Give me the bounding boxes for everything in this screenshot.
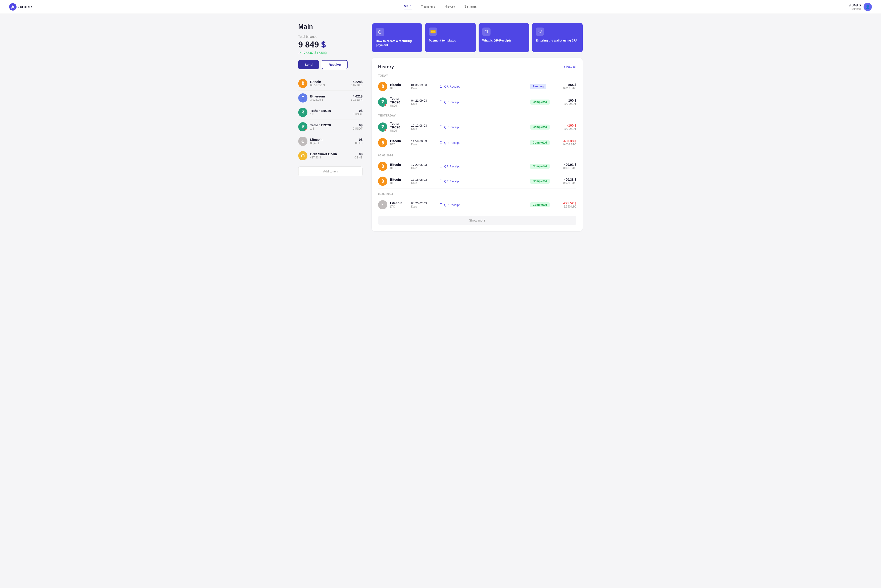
token-crypto: 0 USDT bbox=[353, 127, 363, 130]
token-amounts: 5 228$ 0,07 BTC bbox=[351, 80, 363, 87]
token-crypto: 0 USDT bbox=[353, 112, 363, 116]
token-crypto: 0,07 BTC bbox=[351, 84, 363, 87]
h-coin-sym: BTC bbox=[390, 182, 408, 184]
h-date-label: Date bbox=[411, 182, 436, 184]
h-amount: -400.38 $ 0.002 BTC bbox=[556, 139, 576, 146]
h-coin-info: Tether TRC20 USDT bbox=[390, 122, 408, 132]
h-receipt-link[interactable]: 🗒 QR Receipt bbox=[439, 84, 527, 88]
h-coin-icon: ₿ bbox=[378, 82, 387, 91]
h-receipt-link[interactable]: 🗒 QR Receipt bbox=[439, 141, 527, 145]
action-title-3: Entering the wallet using 2FA bbox=[536, 39, 579, 43]
token-subval: 1 $ bbox=[310, 112, 353, 116]
token-name: BNB Smart Chain bbox=[310, 152, 354, 156]
page-title: Main bbox=[298, 23, 363, 30]
h-date: 17:22 05.03 Date bbox=[411, 163, 436, 170]
h-coin-info: Bitcoin BTC bbox=[390, 163, 408, 170]
h-date-time: 17:22 05.03 bbox=[411, 163, 436, 166]
h-receipt-link[interactable]: 🗒 QR Receipt bbox=[439, 100, 527, 104]
avatar[interactable]: 👤 bbox=[864, 3, 872, 11]
h-coin-icon: Ł bbox=[378, 200, 387, 209]
token-row[interactable]: Ξ Ethereum 3 926,25 $ 4 621$ 1,18 ETH bbox=[298, 91, 363, 105]
h-receipt-link[interactable]: 🗒 QR Receipt bbox=[439, 179, 527, 183]
status-badge: Completed bbox=[530, 140, 550, 145]
h-status: Completed bbox=[530, 164, 553, 169]
status-badge: Completed bbox=[530, 202, 550, 207]
history-panel: History Show all TODAY ₿ Bitcoin BTC 04:… bbox=[372, 58, 583, 231]
header: axoire Main Transfers History Settings 9… bbox=[0, 0, 881, 14]
receipt-label: QR Receipt bbox=[444, 141, 459, 144]
receipt-label: QR Receipt bbox=[444, 100, 459, 104]
header-balance-amount: 9 849 $ bbox=[849, 3, 861, 8]
h-amount-usd: 400.01 $ bbox=[556, 163, 576, 166]
h-receipt-link[interactable]: 🗒 QR Receipt bbox=[439, 164, 527, 168]
add-token-button[interactable]: Add token bbox=[298, 166, 363, 176]
h-date-label: Date bbox=[411, 166, 436, 170]
send-button[interactable]: Send bbox=[298, 60, 319, 69]
show-more-button[interactable]: Show more bbox=[378, 216, 576, 225]
h-receipt-link[interactable]: 🗒 QR Receipt bbox=[439, 125, 527, 129]
h-date-time: 12:12 08.03 bbox=[411, 124, 436, 127]
action-card-3[interactable]: 🛡 Entering the wallet using 2FA bbox=[532, 23, 583, 52]
h-amount-crypto: 0.005 BTC bbox=[556, 166, 576, 170]
nav-main[interactable]: Main bbox=[404, 4, 411, 9]
action-icon-0: ⏱ bbox=[376, 28, 384, 36]
h-status: Completed bbox=[530, 178, 553, 184]
h-amount-crypto: 0.002 BTC bbox=[556, 143, 576, 146]
h-status: Pending bbox=[530, 84, 553, 89]
receipt-label: QR Receipt bbox=[444, 85, 459, 88]
receipt-label: QR Receipt bbox=[444, 165, 459, 168]
h-coin-sym: LTC bbox=[390, 205, 408, 208]
token-dot bbox=[384, 104, 387, 106]
logo-icon bbox=[9, 3, 17, 10]
token-amounts: 4 621$ 1,18 ETH bbox=[351, 94, 363, 101]
header-balance-label: Balance bbox=[849, 8, 861, 10]
h-amount: 400.01 $ 0.005 BTC bbox=[556, 163, 576, 170]
nav-history[interactable]: History bbox=[444, 4, 455, 9]
logo[interactable]: axoire bbox=[9, 3, 32, 10]
receipt-label: QR Receipt bbox=[444, 126, 459, 129]
action-title-0: How to create a recurring payment bbox=[376, 39, 418, 47]
nav-transfers[interactable]: Transfers bbox=[421, 4, 435, 9]
left-panel: Main Total balance 9 849 $ ↗ +738.67 $ (… bbox=[298, 23, 363, 231]
token-row[interactable]: ⬡ BNB Smart Chain 487,43 $ 0$ 0 BNB bbox=[298, 149, 363, 163]
balance-change: ↗ +738.67 $ (7.5%) bbox=[298, 51, 363, 55]
total-balance-label: Total balance bbox=[298, 35, 363, 39]
receipt-icon: 🗒 bbox=[439, 203, 443, 207]
header-balance: 9 849 $ Balance bbox=[849, 3, 861, 10]
action-card-0[interactable]: ⏱ How to create a recurring payment bbox=[372, 23, 422, 52]
h-date-label: Date bbox=[411, 143, 436, 146]
svg-point-0 bbox=[9, 3, 17, 10]
token-list: ₿ Bitcoin 68 527,50 $ 5 228$ 0,07 BTC Ξ … bbox=[298, 76, 363, 163]
token-row[interactable]: Ł Litecoin 88,45 $ 0$ 0 LTC bbox=[298, 134, 363, 148]
h-amount: 400.38 $ 0.005 BTC bbox=[556, 178, 576, 184]
h-amount-crypto: 100 USDT bbox=[556, 127, 576, 130]
token-row[interactable]: ₮ Tether ERC20 1 $ 0$ 0 USDT bbox=[298, 105, 363, 120]
action-title-2: What is QR-Receipts bbox=[482, 39, 525, 43]
receipt-label: QR Receipt bbox=[444, 180, 459, 183]
h-date: 04:21 09.03 Date bbox=[411, 99, 436, 105]
h-receipt-link[interactable]: 🗒 QR Receipt bbox=[439, 203, 527, 207]
h-amount-crypto: 0.012 BTC bbox=[556, 87, 576, 90]
token-row[interactable]: ₿ Bitcoin 68 527,50 $ 5 228$ 0,07 BTC bbox=[298, 76, 363, 91]
h-date: 12:12 08.03 Date bbox=[411, 124, 436, 130]
receive-button[interactable]: Receive bbox=[322, 60, 348, 69]
action-card-1[interactable]: 💳 Payment templates bbox=[425, 23, 476, 52]
quick-actions: ⏱ How to create a recurring payment 💳 Pa… bbox=[372, 23, 583, 52]
token-usd: 0$ bbox=[354, 152, 363, 156]
nav-settings[interactable]: Settings bbox=[464, 4, 477, 9]
h-amount-usd: -400.38 $ bbox=[556, 139, 576, 143]
date-group-label: 05.03.2024 bbox=[378, 154, 576, 157]
token-row[interactable]: ₮ Tether TRC20 1 $ 0$ 0 USDT bbox=[298, 120, 363, 134]
token-crypto: 0 BNB bbox=[354, 156, 363, 159]
h-date-label: Date bbox=[411, 127, 436, 130]
action-buttons: Send Receive bbox=[298, 60, 363, 69]
h-coin-sym: BTC bbox=[390, 143, 408, 146]
h-date-label: Date bbox=[411, 87, 436, 90]
h-amount-usd: -225.52 $ bbox=[556, 201, 576, 205]
show-all-link[interactable]: Show all bbox=[564, 65, 576, 69]
history-header: History Show all bbox=[378, 64, 576, 69]
h-coin-name: Bitcoin bbox=[390, 163, 408, 166]
h-coin-sym: USDT bbox=[390, 129, 408, 132]
action-card-2[interactable]: 🗒 What is QR-Receipts bbox=[479, 23, 529, 52]
token-amounts: 0$ 0 BNB bbox=[354, 152, 363, 159]
